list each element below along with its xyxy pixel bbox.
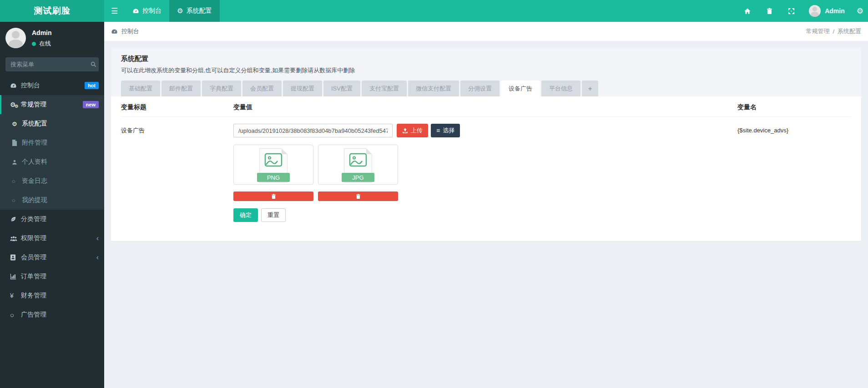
trash-icon — [356, 194, 361, 199]
circle-icon: ○ — [12, 197, 22, 204]
tab-member-config[interactable]: 会员配置 — [242, 81, 282, 96]
top-navbar: 测试刷脸 ☰ 控制台 ⚙ 系统配置 — [0, 0, 868, 22]
sidebar-item-category-management[interactable]: 分类管理 — [0, 210, 104, 229]
tab-isv-config[interactable]: ISV配置 — [323, 81, 360, 96]
config-table-header: 变量标题 变量值 变量名 — [121, 96, 851, 117]
breadcrumb-current: 系统配置 — [838, 27, 861, 35]
top-nav-menu: ☰ 控制台 ⚙ 系统配置 — [104, 0, 220, 22]
row-value-area: 上传 ≡ 选择 — [233, 117, 737, 222]
tab-alipay-config[interactable]: 支付宝配置 — [362, 81, 407, 96]
sidebar-item-order-management[interactable]: 订单管理 — [0, 267, 104, 286]
top-navbar-right: Admin ⚙ — [736, 0, 868, 22]
choose-button[interactable]: ≡ 选择 — [431, 124, 460, 137]
add-tab-button[interactable]: + — [582, 81, 598, 96]
circle-icon: ○ — [12, 178, 22, 185]
preview-image-png[interactable]: PNG — [233, 145, 313, 185]
sidebar-item-my-withdrawal[interactable]: ○ 我的提现 — [0, 191, 104, 210]
tab-wechatpay-config[interactable]: 微信支付配置 — [408, 81, 459, 96]
upload-path-input[interactable] — [233, 124, 393, 137]
tab-commission-config[interactable]: 分佣设置 — [460, 81, 500, 96]
config-row-device-ads: 设备广告 上传 — [121, 117, 851, 222]
preview-list: PNG — [233, 145, 737, 201]
sidebar-item-ad-management[interactable]: ○ 广告管理 — [0, 305, 104, 324]
sidebar-submenu-general: ⚙ 系统配置 附件管理 个人资料 — [0, 114, 104, 210]
sidebar: Admin 在线 控制台 — [0, 22, 104, 388]
column-header-value: 变量值 — [233, 96, 737, 117]
dashboard-icon — [10, 82, 21, 89]
upload-button[interactable]: 上传 — [397, 124, 428, 137]
hot-badge: hot — [85, 82, 99, 89]
online-status-dot — [32, 42, 36, 46]
sidebar-item-finance-management[interactable]: ¥ 财务管理 — [0, 286, 104, 305]
sidebar-search-input[interactable] — [10, 61, 91, 68]
tab-basic-config[interactable]: 基础配置 — [121, 81, 160, 96]
panel-description: 可以在此增改系统的变量和分组,也可以自定义分组和变量,如果需要删除请从数据库中删… — [121, 66, 851, 81]
sidebar-item-permission-management[interactable]: 权限管理 ‹ — [0, 229, 104, 248]
sidebar-item-money-log[interactable]: ○ 资金日志 — [0, 171, 104, 191]
form-actions: 确定 重置 — [233, 208, 737, 222]
home-button[interactable] — [736, 0, 759, 22]
sidebar-search — [5, 57, 99, 71]
tab-email-config[interactable]: 邮件配置 — [161, 81, 201, 96]
image-glyph-icon — [349, 153, 367, 167]
fullscreen-button[interactable] — [780, 0, 802, 22]
delete-preview-button[interactable] — [233, 191, 313, 201]
list-icon: ≡ — [436, 127, 440, 134]
bar-chart-icon — [10, 273, 21, 280]
leaf-icon — [10, 216, 21, 222]
row-title: 设备广告 — [121, 117, 233, 222]
dashboard-icon — [132, 8, 139, 15]
breadcrumb: 常规管理 / 系统配置 — [806, 27, 861, 35]
sidebar-item-dashboard[interactable]: 控制台 hot — [0, 76, 104, 95]
trash-icon — [767, 8, 772, 15]
dashboard-icon — [111, 28, 118, 35]
panel-title: 系统配置 — [121, 55, 851, 63]
topnav-tab-dashboard[interactable]: 控制台 — [125, 0, 169, 22]
preview-item-jpg: JPG — [318, 145, 398, 201]
sidebar-user-status: 在线 — [32, 40, 52, 48]
reset-button[interactable]: 重置 — [261, 208, 286, 222]
file-icon — [12, 140, 22, 146]
tab-dictionary-config[interactable]: 字典配置 — [202, 81, 241, 96]
chevron-left-icon: ‹ — [96, 254, 99, 261]
delete-preview-button[interactable] — [318, 191, 398, 201]
content-area: 系统配置 可以在此增改系统的变量和分组,也可以自定义分组和变量,如果需要删除请从… — [104, 41, 868, 388]
sidebar-item-general-management[interactable]: ⚙⚙ 常规管理 new — [0, 95, 104, 114]
avatar[interactable] — [5, 28, 26, 48]
tab-device-ads[interactable]: 设备广告 — [501, 81, 540, 96]
breadcrumb-separator: / — [833, 28, 834, 35]
file-type-badge: JPG — [342, 173, 374, 182]
preview-item-png: PNG — [233, 145, 313, 201]
gears-icon: ⚙⚙ — [10, 101, 21, 108]
new-badge: new — [83, 101, 99, 108]
user-menu[interactable]: Admin — [802, 5, 851, 17]
clear-cache-button[interactable] — [759, 0, 780, 22]
topnav-tab-system-config[interactable]: ⚙ 系统配置 — [169, 0, 219, 22]
breadcrumb-dashboard[interactable]: 控制台 — [111, 27, 139, 35]
gear-icon: ⚙ — [177, 7, 183, 15]
preview-image-jpg[interactable]: JPG — [318, 145, 398, 185]
file-type-badge: PNG — [257, 173, 290, 182]
home-icon — [744, 8, 751, 15]
search-icon[interactable] — [91, 61, 96, 67]
sidebar-item-profile[interactable]: 个人资料 — [0, 152, 104, 171]
file-image-icon: JPG — [344, 148, 372, 183]
panel-heading: 系统配置 可以在此增改系统的变量和分组,也可以自定义分组和变量,如果需要删除请从… — [111, 48, 861, 96]
sidebar-item-member-management[interactable]: 会员管理 ‹ — [0, 248, 104, 267]
app-logo[interactable]: 测试刷脸 — [0, 0, 104, 22]
expand-arrows-icon — [788, 8, 795, 15]
app-root: 测试刷脸 ☰ 控制台 ⚙ 系统配置 — [0, 0, 868, 388]
circle-icon: ○ — [10, 312, 21, 318]
avatar — [809, 5, 821, 17]
gear-icon: ⚙ — [12, 121, 22, 127]
tab-withdraw-config[interactable]: 提现配置 — [283, 81, 322, 96]
sidebar-item-system-config[interactable]: ⚙ 系统配置 — [0, 114, 104, 133]
settings-button[interactable]: ⚙ — [851, 0, 868, 22]
sidebar-toggle-button[interactable]: ☰ — [104, 0, 125, 22]
row-var-name: {$site.device_advs} — [737, 117, 851, 222]
sidebar-item-attachment-management[interactable]: 附件管理 — [0, 133, 104, 152]
breadcrumb-parent[interactable]: 常规管理 — [806, 27, 829, 35]
panel-body: 变量标题 变量值 变量名 设备广告 — [111, 96, 861, 241]
submit-button[interactable]: 确定 — [233, 208, 258, 222]
tab-platform-info[interactable]: 平台信息 — [541, 81, 580, 96]
